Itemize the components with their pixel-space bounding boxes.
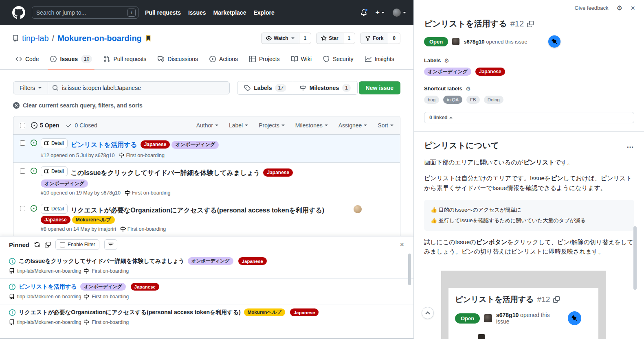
milestones-count: 1 <box>342 84 351 92</box>
shortcut-label[interactable]: in QA <box>443 96 462 104</box>
global-search[interactable]: / <box>32 7 138 19</box>
issue-label[interactable]: オンボーディング <box>41 179 88 188</box>
fork-count[interactable]: 0 <box>388 33 400 44</box>
issue-label[interactable]: Japanese <box>41 216 70 224</box>
shortcut-label[interactable]: FB <box>466 96 480 104</box>
projects-filter[interactable]: Projects <box>259 122 285 129</box>
issue-title-link[interactable]: このIssueをクリックしてサイドバー詳細を体験してみましょう <box>71 169 260 176</box>
tab-issues[interactable]: Issues 10 <box>44 50 98 69</box>
filters-dropdown[interactable]: Filters <box>13 81 48 94</box>
labels-settings-icon[interactable]: ⚙ <box>444 58 449 63</box>
linked-issues-toggle[interactable]: 0 linked <box>424 112 634 123</box>
milestones-filter[interactable]: Milestones <box>295 122 328 129</box>
issue-label[interactable]: オンボーディング <box>171 141 219 149</box>
detail-button[interactable]: Detail <box>41 166 68 176</box>
kebab-menu-icon[interactable]: … <box>626 143 634 148</box>
tab-actions[interactable]: Actions <box>204 50 244 69</box>
issue-label[interactable]: Japanese <box>131 283 159 291</box>
select-all-checkbox[interactable] <box>20 123 25 128</box>
pinned-issue-title[interactable]: ピンリストを活用する <box>19 283 77 291</box>
global-search-input[interactable] <box>36 9 124 16</box>
milestones-button[interactable]: Milestones 1 <box>293 81 357 94</box>
issue-label[interactable]: Japanese <box>263 168 293 177</box>
milestone-link[interactable]: First on-boarding <box>119 153 165 158</box>
repo-owner-link[interactable]: tinp-lab <box>22 34 49 43</box>
issues-toolbar: Filters Labels 17 Milestones 1 New issue <box>0 70 413 95</box>
new-issue-button[interactable]: New issue <box>359 81 400 94</box>
issue-checkbox[interactable] <box>20 168 25 174</box>
issue-checkbox[interactable] <box>20 140 25 146</box>
shortcut-labels-settings-icon[interactable]: ⚙ <box>466 86 471 92</box>
labels-button[interactable]: Labels 17 <box>237 81 293 94</box>
nav-pull-requests[interactable]: Pull requests <box>145 9 181 16</box>
issue-title-link[interactable]: リクエストが必要なOrganizationにアクセスする(personal ac… <box>71 207 324 214</box>
shortcut-label[interactable]: bug <box>424 96 439 104</box>
issue-label[interactable]: オンボーディング <box>80 283 126 291</box>
give-feedback-link[interactable]: Give feedback <box>574 5 608 11</box>
enable-filter-toggle[interactable]: Enable Filter <box>55 239 99 250</box>
issue-label[interactable]: オンボーディング <box>424 68 471 76</box>
detail-button[interactable]: Detail <box>41 204 68 214</box>
sidebar-scrollbar[interactable] <box>633 226 637 290</box>
tab-pull-requests[interactable]: Pull requests <box>98 50 152 69</box>
refresh-icon[interactable] <box>34 242 40 247</box>
pinned-issue-title[interactable]: リクエストが必要なOrganizationにアクセスする(personal ac… <box>19 309 241 316</box>
issue-body-image[interactable]: ピンリストを活用する #12 Open s678g10 opened this … <box>441 271 606 339</box>
notifications-button[interactable] <box>360 9 367 16</box>
bookmark-icon[interactable] <box>145 35 152 42</box>
copy-icon[interactable] <box>45 242 51 247</box>
issue-label[interactable]: Mokurenヘルプ <box>244 308 285 316</box>
author-avatar[interactable] <box>452 38 459 45</box>
github-logo[interactable] <box>12 6 25 19</box>
pinned-scrollbar[interactable] <box>408 254 411 285</box>
issue-checkbox[interactable] <box>20 206 25 211</box>
tab-discussions[interactable]: Discussions <box>152 50 204 69</box>
issue-label[interactable]: Japanese <box>238 257 267 265</box>
pin-button[interactable] <box>548 35 560 48</box>
milestone-link[interactable]: First on-boarding <box>125 190 171 196</box>
create-new-button[interactable]: + <box>375 9 385 17</box>
issue-title-text[interactable]: ピンリストを活用する <box>424 18 507 29</box>
tab-security[interactable]: Security <box>317 50 359 69</box>
profile-menu[interactable] <box>393 9 406 17</box>
tab-insights[interactable]: Insights <box>359 50 400 69</box>
issues-search-box[interactable] <box>48 81 230 94</box>
issue-label[interactable]: Japanese <box>141 140 170 149</box>
copy-title-icon[interactable] <box>527 21 534 27</box>
gear-icon[interactable]: ⚙ <box>617 5 622 11</box>
close-pinned-icon[interactable]: × <box>400 241 407 248</box>
collapse-panel-button[interactable] <box>422 307 434 319</box>
label-filter[interactable]: Label <box>229 122 248 129</box>
star-button[interactable]: Star <box>316 33 343 44</box>
issues-search-input[interactable] <box>62 85 225 91</box>
close-sidebar-icon[interactable]: × <box>631 4 635 12</box>
open-issues-toggle[interactable]: 5 Open <box>31 122 59 129</box>
filter-icon-button[interactable] <box>104 239 117 250</box>
tab-wiki[interactable]: Wiki <box>286 50 317 69</box>
closed-issues-toggle[interactable]: 0 Closed <box>66 122 97 129</box>
assignee-filter[interactable]: Assignee <box>338 122 367 129</box>
issue-title-link[interactable]: ピンリストを活用する <box>71 141 137 148</box>
star-count[interactable]: 1 <box>343 33 356 44</box>
repo-name-link[interactable]: Mokuren-on-boarding <box>57 34 142 43</box>
author-filter[interactable]: Author <box>196 122 218 129</box>
issue-label[interactable]: Japanese <box>475 68 505 76</box>
issue-label[interactable]: Japanese <box>290 308 319 316</box>
enable-filter-checkbox[interactable] <box>60 242 65 247</box>
sort-filter[interactable]: Sort <box>378 122 393 129</box>
shortcut-label[interactable]: Doing <box>484 96 503 104</box>
pinned-issue-title[interactable]: このIssueをクリックしてサイドバー詳細を体験してみましょう <box>19 258 185 265</box>
tab-projects[interactable]: Projects <box>244 50 286 69</box>
watch-count[interactable]: 1 <box>299 33 312 44</box>
nav-issues[interactable]: Issues <box>188 9 206 16</box>
fork-button[interactable]: Fork <box>360 33 388 44</box>
watch-button[interactable]: Watch <box>261 33 299 44</box>
detail-button[interactable]: Detail <box>41 138 68 148</box>
issue-label[interactable]: Mokurenヘルプ <box>72 216 115 224</box>
tab-code[interactable]: Code <box>10 50 44 69</box>
nav-marketplace[interactable]: Marketplace <box>213 9 246 16</box>
milestone-link[interactable]: First on-boarding <box>120 226 166 232</box>
nav-explore[interactable]: Explore <box>253 9 274 16</box>
issue-label[interactable]: オンボーディング <box>188 257 233 265</box>
clear-filters-link[interactable]: Clear current search query, filters, and… <box>0 95 413 109</box>
